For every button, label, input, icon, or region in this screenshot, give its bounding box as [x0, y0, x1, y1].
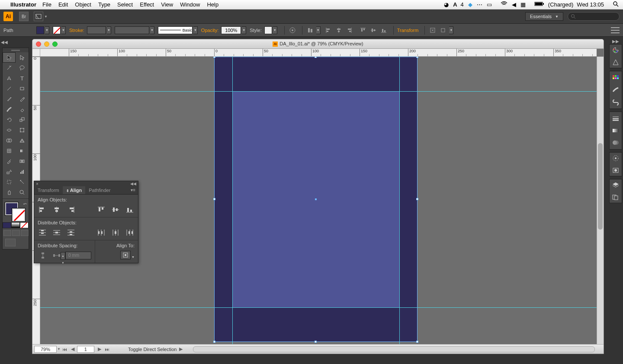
draw-behind-button[interactable]: [12, 230, 20, 236]
align-right-button[interactable]: [345, 26, 353, 34]
menu-edit[interactable]: Edit: [58, 1, 68, 8]
scale-tool[interactable]: [16, 115, 29, 125]
align-right-button[interactable]: [66, 205, 76, 214]
align-bottom-button[interactable]: [379, 26, 388, 34]
guide-vertical[interactable]: [232, 57, 233, 344]
dropbox-icon[interactable]: ◆: [468, 1, 472, 8]
prev-artboard-button[interactable]: ◀: [69, 346, 76, 353]
distribute-right-button[interactable]: [125, 228, 135, 237]
slice-tool[interactable]: [16, 177, 29, 187]
right-dock-collapse-icon[interactable]: ▶▶: [609, 39, 622, 44]
column-graph-tool[interactable]: [16, 166, 29, 177]
menu-select[interactable]: Select: [117, 1, 133, 8]
display-icon[interactable]: ▭: [487, 1, 492, 8]
swatches-panel-button[interactable]: [611, 74, 620, 82]
zoom-level-field[interactable]: 79%: [34, 346, 57, 353]
stroke-color-swatch[interactable]: [53, 26, 61, 34]
transform-label[interactable]: Transform: [397, 28, 419, 33]
gradient-tool[interactable]: [16, 146, 29, 156]
align-hcenter-button[interactable]: [334, 26, 343, 34]
swap-fill-stroke-icon[interactable]: ⤺: [23, 201, 27, 206]
panel-menu-button[interactable]: ▾≡: [128, 186, 138, 194]
type-tool[interactable]: T: [16, 73, 29, 83]
align-top-button[interactable]: [96, 205, 106, 214]
menu-window[interactable]: Window: [180, 1, 200, 8]
transparency-panel-button[interactable]: [611, 139, 620, 147]
menu-view[interactable]: View: [161, 1, 173, 8]
fill-color-swatch[interactable]: [36, 26, 44, 34]
selection-bounding-box[interactable]: [214, 57, 417, 342]
direct-selection-tool[interactable]: [16, 52, 29, 63]
volume-icon[interactable]: ◀: [512, 1, 516, 8]
clock[interactable]: Wed 13:05: [577, 1, 604, 8]
menu-file[interactable]: File: [42, 1, 51, 8]
guide-horizontal[interactable]: [40, 307, 597, 308]
spotlight-icon[interactable]: [608, 1, 619, 8]
align-panel-dropdown[interactable]: ▼: [316, 26, 321, 34]
align-panel-button[interactable]: [306, 26, 315, 34]
gradient-panel-button[interactable]: [611, 127, 620, 134]
color-guide-panel-button[interactable]: [611, 58, 620, 66]
stroke-dropdown[interactable]: ▼: [61, 26, 66, 34]
selection-handle-bm[interactable]: [315, 341, 317, 343]
perspective-grid-tool[interactable]: [16, 135, 29, 146]
distribute-bottom-button[interactable]: [66, 228, 76, 237]
graphic-style-swatch[interactable]: [264, 26, 272, 34]
edit-clipping-button[interactable]: [439, 26, 447, 34]
input-icon[interactable]: ▦: [520, 1, 526, 8]
horizontal-ruler[interactable]: 15010050050100150200250300350: [40, 49, 597, 57]
ruler-origin[interactable]: [32, 49, 40, 57]
color-mode-solid[interactable]: [3, 222, 11, 228]
distribute-left-button[interactable]: [96, 228, 106, 237]
zoom-tool[interactable]: [16, 187, 29, 198]
wifi-icon[interactable]: [496, 1, 507, 8]
recolor-artwork-button[interactable]: [288, 26, 297, 34]
free-transform-tool[interactable]: [16, 125, 29, 135]
stroke-weight-dropdown[interactable]: ▼: [107, 26, 111, 34]
selection-handle-tm[interactable]: [315, 57, 317, 58]
magic-wand-tool[interactable]: [3, 63, 16, 73]
arrange-dropdown-icon[interactable]: ▼: [44, 15, 48, 19]
menu-effect[interactable]: Effect: [140, 1, 154, 8]
draw-normal-button[interactable]: [3, 230, 11, 236]
appearance-panel-button[interactable]: [611, 154, 620, 162]
align-to-button[interactable]: [120, 251, 131, 259]
document-titlebar[interactable]: AiDA_Illo_01.ai* @ 79% (CMYK/Preview): [32, 39, 604, 49]
artboards-panel-button[interactable]: [611, 193, 620, 201]
variable-width-profile[interactable]: [115, 26, 149, 34]
tab-align[interactable]: ⇕Align: [63, 186, 86, 194]
selection-handle-br[interactable]: [416, 341, 418, 343]
panel-close-button[interactable]: ×: [36, 182, 39, 186]
help-search-input[interactable]: [568, 12, 620, 21]
sync-icon[interactable]: ◕: [444, 1, 449, 8]
opacity-value-field[interactable]: 100%: [221, 26, 241, 34]
stroke-box[interactable]: [12, 208, 25, 221]
rectangle-tool[interactable]: [16, 83, 29, 94]
pen-tool[interactable]: [3, 73, 16, 83]
paintbrush-tool[interactable]: [3, 94, 16, 104]
selection-handle-mr[interactable]: [416, 198, 418, 200]
hand-tool[interactable]: [3, 187, 16, 198]
graphic-styles-panel-button[interactable]: [611, 166, 620, 174]
align-bottom-button[interactable]: [125, 205, 135, 214]
width-tool[interactable]: [3, 125, 16, 135]
stroke-label[interactable]: Stroke:: [69, 28, 84, 33]
more-icon[interactable]: ⋯: [477, 1, 482, 8]
workspace-switcher[interactable]: Essentials ▼: [525, 12, 563, 21]
horizontal-scrollbar[interactable]: [193, 346, 595, 352]
panel-collapse-button[interactable]: ◀◀: [130, 182, 136, 186]
status-menu-button[interactable]: ▶: [177, 346, 184, 353]
style-dropdown[interactable]: ▼: [273, 26, 277, 34]
brush-dropdown[interactable]: ▼: [193, 26, 198, 34]
scrollbar-thumb[interactable]: [598, 143, 603, 230]
first-artboard-button[interactable]: ⏮: [61, 346, 68, 353]
align-to-dropdown[interactable]: ▼: [132, 255, 135, 259]
spacing-value-field[interactable]: ▲▼ 0 mm: [65, 252, 91, 259]
align-vcenter-button[interactable]: [369, 26, 378, 34]
tools-grip[interactable]: [3, 48, 29, 52]
shape-builder-tool[interactable]: [3, 135, 16, 146]
layers-panel-button[interactable]: [611, 181, 620, 189]
tab-transform[interactable]: Transform: [34, 186, 63, 194]
guide-vertical[interactable]: [399, 57, 400, 344]
mesh-tool[interactable]: [3, 146, 16, 156]
